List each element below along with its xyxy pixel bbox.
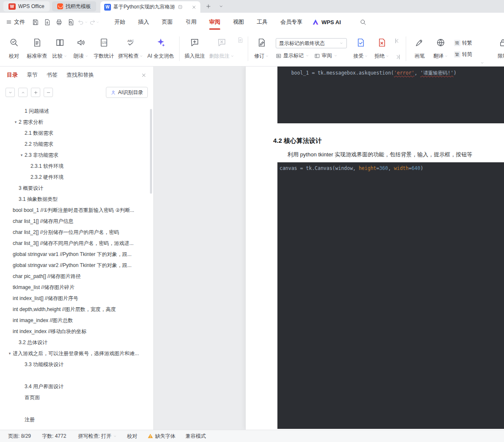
toc-item[interactable]: 2.2 功能需求: [0, 139, 153, 150]
toc-item[interactable]: char list_1[] //储存用户信息: [0, 216, 153, 227]
wps-ai-menu[interactable]: WPS AI: [312, 19, 341, 25]
toc-item[interactable]: 注册: [0, 414, 153, 425]
toc-item: [0, 370, 153, 381]
docer-template-tab[interactable]: 找稻壳模板: [52, 1, 96, 11]
new-tab-button[interactable]: [204, 2, 213, 11]
file-menu[interactable]: 文件: [6, 18, 25, 26]
toc-item[interactable]: char list_3[] //储存不同用户的用户名，密码，游戏进...: [0, 238, 153, 249]
toc-item[interactable]: 1 问题描述: [0, 106, 153, 117]
standard-review-button[interactable]: 标准审查: [25, 33, 49, 64]
review-pane-button[interactable]: 审阅: [314, 52, 338, 59]
close-document-tab-icon[interactable]: [191, 5, 197, 10]
ai-recognize-toc-button[interactable]: AI识别目录: [106, 87, 148, 98]
sidebar-tab-contents[interactable]: 目录: [7, 71, 18, 79]
comment-more-icon[interactable]: [236, 36, 245, 44]
print-button[interactable]: [54, 17, 64, 27]
toc-item[interactable]: 首页面: [0, 392, 153, 403]
proofread-status[interactable]: 校对: [127, 433, 137, 440]
search-icon[interactable]: [360, 19, 366, 25]
warning-icon: [147, 433, 153, 439]
menu-tab-视图[interactable]: 视图: [227, 13, 250, 31]
toc-item[interactable]: char list_2[] //分别储存一位用户的用户名，密码: [0, 227, 153, 238]
toc-item[interactable]: 3.2 总体设计: [0, 337, 153, 348]
menu-tab-会员专享[interactable]: 会员专享: [274, 13, 309, 31]
toc-expand-arrow-icon[interactable]: ▾: [13, 120, 19, 124]
accept-button[interactable]: 接受: [350, 33, 371, 64]
sidebar-tab-strip: 目录 章节 书签 查找和替换: [0, 67, 153, 83]
expand-all-button[interactable]: [6, 88, 15, 97]
delete-comment-button[interactable]: 删除批注: [207, 33, 236, 64]
redo-button[interactable]: [89, 19, 100, 25]
translate-button[interactable]: 翻译: [430, 33, 451, 64]
sidebar-tab-bookmarks[interactable]: 书签: [47, 71, 58, 79]
menu-tab-页面[interactable]: 页面: [155, 13, 179, 31]
sidebar-tab-chapters[interactable]: 章节: [27, 71, 38, 79]
compare-button[interactable]: 比较: [49, 33, 70, 64]
menu-bar: 文件 开始插入页面引用审阅视图工具会员专享 WPS AI: [0, 13, 504, 31]
toc-item[interactable]: 3.4 用户界面设计: [0, 381, 153, 392]
previous-change-button[interactable]: [393, 37, 402, 44]
spell-check-status[interactable]: 拼写检查: 打开: [78, 433, 117, 440]
spell-check-button[interactable]: 拼写检查: [116, 33, 145, 64]
zoom-out-outline-button[interactable]: [44, 88, 53, 97]
navigation-sidebar: 目录 章节 书签 查找和替换 AI识别目录 1 问题描述▾2 需求分析2.1 数…: [0, 67, 154, 430]
toc-item[interactable]: int index_list[] //储存图片序号: [0, 293, 153, 304]
document-page[interactable]: bool_1 = tk.messagebox.askquestion('erro…: [246, 67, 504, 430]
toc-item[interactable]: int depth,width,height //图片层数，宽度，高度: [0, 304, 153, 315]
menu-tab-工具[interactable]: 工具: [250, 13, 274, 31]
toc-item[interactable]: bool bool_1 //①判断注册时是否重新输入密码 ②判断...: [0, 205, 153, 216]
toc-item[interactable]: int image_index //图片总数: [0, 315, 153, 326]
toc-item[interactable]: global stringvar var2 //Python Tkinter 下…: [0, 260, 153, 271]
wps-home-tab[interactable]: W WPS Office: [3, 1, 50, 11]
toc-item[interactable]: ▾进入游戏之后，可以注册登录账号，选择游戏图片和难...: [0, 348, 153, 359]
ribbon-collapse-icon[interactable]: [480, 61, 485, 65]
toc-item[interactable]: 2.3.2 硬件环境: [0, 172, 153, 183]
toc-item[interactable]: 2.1 数据需求: [0, 128, 153, 139]
toc-item[interactable]: char pic_path[] //储存图片路径: [0, 271, 153, 282]
simplified-glyph-icon: 简: [454, 40, 460, 46]
menu-tab-插入[interactable]: 插入: [132, 13, 155, 31]
toc-item[interactable]: 3.1 抽象数据类型: [0, 194, 153, 205]
export-pdf-button[interactable]: [42, 17, 53, 27]
to-traditional-button[interactable]: 简 转繁: [454, 39, 472, 47]
ai-polish-button[interactable]: AI 全文润色: [145, 33, 176, 64]
to-simplified-button[interactable]: 繁 转简: [454, 51, 472, 58]
undo-button[interactable]: [78, 19, 88, 25]
read-aloud-button[interactable]: 朗读: [70, 33, 91, 64]
toc-item-label: char pic_path[] //储存图片路径: [13, 273, 81, 280]
missing-font-warning[interactable]: 缺失字体: [147, 433, 175, 440]
reject-button[interactable]: 拒绝: [371, 33, 393, 64]
track-changes-button[interactable]: 修订: [251, 33, 272, 64]
document-tab[interactable]: W 基于Python实现的九宫格游: [100, 1, 200, 13]
next-change-button[interactable]: [393, 53, 402, 61]
save-button[interactable]: [30, 17, 41, 27]
toc-item[interactable]: int index_index //移动白块的坐标: [0, 326, 153, 337]
toc-expand-arrow-icon[interactable]: ▾: [19, 153, 25, 157]
toc-item[interactable]: ▾2.3 非功能需求: [0, 150, 153, 161]
toc-expand-arrow-icon[interactable]: ▾: [7, 351, 13, 356]
menu-tab-审阅[interactable]: 审阅: [203, 13, 227, 31]
restrict-edit-button[interactable]: 限制: [492, 33, 504, 64]
markup-state-select[interactable]: 显示标记的最终状态: [276, 38, 347, 48]
sidebar-tab-find-replace[interactable]: 查找和替换: [66, 71, 94, 79]
word-count-button[interactable]: 字数统计: [91, 33, 116, 64]
insert-comment-icon: [190, 38, 199, 49]
toc-item[interactable]: tkImage_list //储存图片碎片: [0, 282, 153, 293]
ink-brush-button[interactable]: 画笔: [409, 33, 430, 64]
zoom-in-outline-button[interactable]: [31, 88, 40, 97]
insert-comment-button[interactable]: 插入批注: [183, 33, 207, 64]
menu-tab-开始[interactable]: 开始: [108, 13, 132, 31]
proofread-button[interactable]: 校对: [3, 33, 25, 64]
print-preview-button[interactable]: [66, 17, 76, 27]
toc-item[interactable]: 3 概要设计: [0, 183, 153, 194]
toc-item[interactable]: 3.3 功能模块设计: [0, 359, 153, 370]
close-sidebar-icon[interactable]: [141, 72, 147, 78]
menu-tab-引用[interactable]: 引用: [179, 13, 203, 31]
toc-item[interactable]: global stringvar var1 //Python Tkinter 下…: [0, 249, 153, 260]
tab-list-dropdown-icon[interactable]: [216, 2, 226, 11]
sidebar-scrollbar[interactable]: [150, 109, 152, 194]
collapse-all-button[interactable]: [18, 88, 28, 97]
toc-item[interactable]: 2.3.1 软件环境: [0, 161, 153, 172]
show-markup-button[interactable]: 显示标记: [276, 52, 309, 59]
toc-item[interactable]: ▾2 需求分析: [0, 117, 153, 128]
